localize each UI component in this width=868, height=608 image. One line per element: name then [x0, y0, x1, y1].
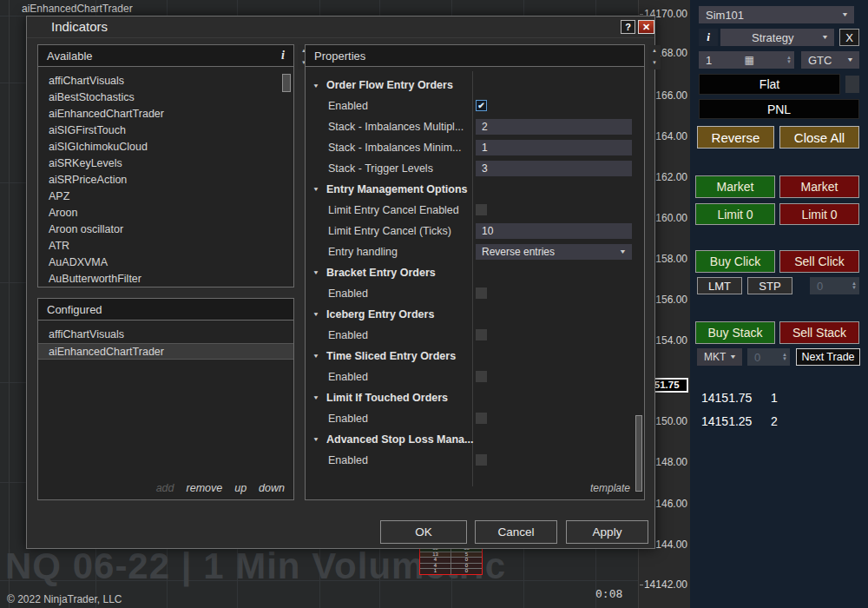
chevron-down-icon: ▼: [619, 246, 627, 258]
property-checkbox[interactable]: [476, 204, 487, 215]
stack-type-value: MKT: [704, 351, 726, 363]
spin-up-icon[interactable]: ▲: [648, 45, 661, 57]
configured-indicator-item[interactable]: aiEnhancedChartTrader: [38, 343, 293, 360]
stack-qty-spin-arrows[interactable]: ▲▼: [782, 353, 787, 361]
available-indicator-item[interactable]: aiSIGIchimokuCloud: [38, 139, 293, 155]
property-row: Enabled: [306, 367, 644, 387]
property-checkbox[interactable]: [476, 454, 487, 466]
collapse-arrow-icon[interactable]: ▼: [312, 82, 319, 88]
available-indicator-item[interactable]: aiSRKeyLevels: [38, 155, 293, 172]
buy-stack-button[interactable]: Buy Stack: [695, 321, 775, 344]
available-indicator-item[interactable]: aiSRPriceAction: [38, 172, 293, 188]
property-checkbox[interactable]: [476, 287, 487, 299]
close-icon[interactable]: ✕: [638, 20, 654, 34]
sell-click-label: Sell Click: [794, 254, 845, 268]
up-link[interactable]: up: [234, 482, 247, 494]
remove-link[interactable]: remove: [187, 482, 223, 494]
stack-type-select[interactable]: MKT ▼: [697, 348, 742, 366]
property-row: Stack - Imbalances Minim...1: [306, 137, 644, 158]
buy-market-button[interactable]: Market: [695, 175, 775, 198]
sell-limit-button[interactable]: Limit 0: [779, 203, 859, 225]
sell-stack-button[interactable]: Sell Stack: [779, 321, 859, 344]
available-indicator-item[interactable]: APZ: [38, 188, 293, 205]
tif-select-value: GTC: [808, 54, 832, 67]
available-scrollbar-thumb[interactable]: [282, 74, 291, 92]
stack-qty-stepper[interactable]: 0 ▲▼: [747, 348, 790, 366]
spin-down-icon[interactable]: ▼: [648, 57, 661, 69]
available-indicator-item[interactable]: AuADXVMA: [38, 254, 293, 271]
collapse-arrow-icon[interactable]: ▼: [312, 353, 319, 359]
collapse-arrow-icon[interactable]: ▼: [312, 186, 319, 192]
next-trade-label: Next Trade: [801, 351, 854, 363]
strategy-select[interactable]: Strategy ▼: [720, 29, 834, 46]
collapse-arrow-icon[interactable]: ▼: [312, 311, 319, 317]
buy-limit-button[interactable]: Limit 0: [695, 203, 775, 225]
buy-click-button[interactable]: Buy Click: [695, 250, 775, 273]
property-group-label: Time Sliced Entry Orders: [326, 350, 456, 362]
property-checkbox[interactable]: [476, 371, 487, 382]
property-label: Stack - Imbalances Minim...: [328, 142, 462, 154]
click-qty-spin-arrows[interactable]: ▲▼: [852, 281, 857, 290]
position-flat-button[interactable]: Flat: [699, 74, 840, 95]
available-indicator-item[interactable]: aiBestStochastics: [38, 89, 293, 106]
template-link[interactable]: template: [590, 482, 630, 494]
strategy-info-icon[interactable]: i: [699, 29, 718, 46]
collapse-arrow-icon[interactable]: ▼: [312, 436, 319, 442]
cancel-button[interactable]: Cancel: [475, 520, 557, 544]
sell-market-button[interactable]: Market: [779, 175, 859, 198]
property-row: Stack - Imbalances Multipl...2: [306, 116, 644, 137]
close-all-button[interactable]: Close All: [779, 126, 859, 149]
tif-select[interactable]: GTC ▼: [801, 51, 859, 69]
lmt-button[interactable]: LMT: [697, 277, 742, 294]
quantity-stepper[interactable]: 1 ▦ ▲▼: [699, 51, 794, 69]
help-button[interactable]: ?: [621, 20, 635, 34]
info-icon[interactable]: i: [281, 49, 285, 63]
collapse-arrow-icon[interactable]: ▼: [312, 394, 319, 400]
available-indicator-item[interactable]: affiChartVisuals: [38, 73, 293, 89]
property-label: Stack - Trigger Levels: [328, 162, 433, 175]
property-input[interactable]: 10: [476, 223, 632, 239]
sell-click-button[interactable]: Sell Click: [779, 250, 859, 273]
strategy-select-value: Strategy: [752, 31, 793, 44]
property-group-row: ▼Order Flow Entry Orders: [306, 75, 644, 96]
down-link[interactable]: down: [259, 482, 285, 494]
property-select[interactable]: Reverse entries▼: [476, 244, 632, 260]
property-input[interactable]: 2: [476, 119, 632, 135]
property-input[interactable]: 1: [476, 140, 632, 155]
next-trade-button[interactable]: Next Trade: [796, 348, 860, 366]
quantity-spin-arrows[interactable]: ▲▼: [786, 56, 792, 64]
dialog-title-separator: [27, 37, 654, 38]
property-input[interactable]: 3: [476, 161, 632, 176]
property-checkbox[interactable]: [476, 413, 487, 424]
pnl-button[interactable]: PNL: [699, 99, 859, 119]
property-checkbox[interactable]: [476, 329, 487, 340]
properties-scrollbar-thumb[interactable]: [635, 415, 642, 492]
available-indicator-item[interactable]: Aroon oscillator: [38, 221, 293, 238]
available-indicator-item[interactable]: ATR: [38, 238, 293, 254]
quote-price: 14151.75: [701, 391, 752, 405]
configured-header: Configured: [38, 299, 293, 321]
available-indicator-item[interactable]: Aroon: [38, 205, 293, 221]
apply-button[interactable]: Apply: [566, 520, 648, 544]
available-indicator-item[interactable]: aiSIGFirstTouch: [38, 122, 293, 139]
property-checkbox[interactable]: ✔: [476, 100, 487, 111]
account-select[interactable]: Sim101 ▼: [699, 6, 854, 23]
property-label: Stack - Imbalances Multipl...: [328, 121, 464, 133]
configured-indicator-item[interactable]: affiChartVisuals: [38, 327, 293, 343]
calculator-icon[interactable]: ▦: [744, 54, 753, 66]
available-indicator-item[interactable]: AuButterworthFilter: [38, 271, 293, 287]
flat-side-box[interactable]: [845, 76, 859, 93]
stp-button[interactable]: STP: [747, 277, 792, 294]
chevron-down-icon: ▼: [841, 11, 849, 18]
footprint-bid: 13: [420, 552, 451, 558]
lmt-label: LMT: [708, 280, 731, 293]
click-qty-stepper[interactable]: 0 ▲▼: [810, 277, 859, 294]
price-tick-mark: [640, 14, 643, 15]
available-list: affiChartVisualsaiBestStochasticsaiEnhan…: [38, 67, 293, 287]
strategy-close-button[interactable]: X: [839, 29, 859, 46]
collapse-arrow-icon[interactable]: ▼: [312, 269, 319, 275]
properties-panel-spinner[interactable]: ▲ ▼: [648, 45, 661, 69]
ok-button[interactable]: OK: [380, 520, 467, 544]
available-indicator-item[interactable]: aiEnhancedChartTrader: [38, 106, 293, 122]
reverse-button[interactable]: Reverse: [697, 126, 774, 149]
